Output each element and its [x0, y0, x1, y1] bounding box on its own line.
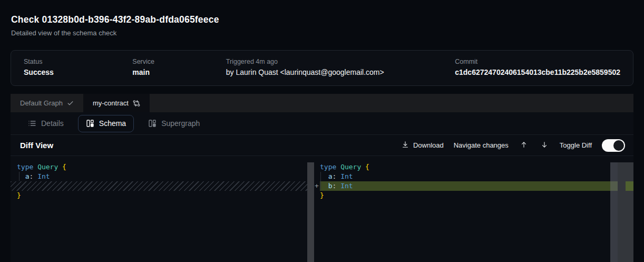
diff-line-content: type Query {	[11, 162, 307, 172]
status-label: Status	[24, 58, 132, 65]
view-tab-bar: Details Schema Supergraph	[11, 112, 633, 135]
triggered-label: Triggered 4m ago	[226, 58, 455, 65]
diff-line-gutter: +	[314, 181, 320, 191]
tab-supergraph[interactable]: Supergraph	[140, 115, 208, 132]
diff-line-gutter	[314, 191, 320, 200]
commit-value: c1dc62724702406154013cbe11b225b2e5859502	[455, 68, 620, 76]
added-line-ruler-marker	[626, 181, 633, 191]
diff-line-content: b: Int	[320, 181, 618, 191]
toggle-thumb	[613, 140, 624, 151]
diff-line-content: }	[320, 191, 618, 200]
tab-schema[interactable]: Schema	[78, 115, 134, 132]
arrow-down-icon	[541, 141, 548, 150]
service-label: Service	[132, 58, 226, 65]
diff-line-content: a: Int	[11, 172, 307, 181]
left-pane-scrollbar[interactable]	[307, 162, 314, 262]
service-value: main	[132, 68, 226, 76]
tab-supergraph-label: Supergraph	[161, 119, 200, 128]
panel-layout-icon	[148, 119, 157, 128]
diff-view-title: Diff View	[20, 141, 53, 150]
page-subtitle: Detailed view of the schema check	[11, 29, 633, 37]
diff-line: }	[11, 191, 307, 200]
check-summary-card: Status Success Service main Triggered 4m…	[11, 50, 633, 86]
page-title: Check 01328b0d-b396-43f2-89ab-dfda065fee…	[11, 14, 633, 25]
tab-default-graph-label: Default Graph	[20, 99, 63, 107]
toggle-diff-label: Toggle Diff	[560, 141, 592, 149]
next-change-button[interactable]	[539, 141, 550, 150]
right-pane-scrollbar[interactable]	[610, 162, 618, 262]
diff-line: a: Int	[11, 172, 307, 181]
indent-guide	[320, 172, 321, 190]
diff-line-gutter	[314, 162, 320, 172]
tab-default-graph[interactable]: Default Graph	[11, 94, 83, 112]
diff-pane-after: type Query { a: Int+ b: Int}	[314, 162, 618, 200]
diff-line-content: type Query {	[320, 162, 618, 172]
diff-line-content: a: Int	[320, 172, 618, 181]
tab-my-contract-label: my-contract	[93, 99, 129, 107]
previous-change-button[interactable]	[519, 141, 529, 150]
indent-guide	[19, 172, 19, 181]
diff-toolbar: Diff View Download Navigate changes	[11, 135, 633, 156]
diff-pane-before: type Query { a: Int}	[11, 162, 307, 200]
download-label: Download	[413, 141, 444, 149]
download-button[interactable]: Download	[402, 141, 444, 150]
schema-diff-editor: type Query { a: Int} type Query { a: Int…	[11, 156, 633, 262]
diff-line: type Query {	[11, 162, 307, 172]
tab-schema-label: Schema	[99, 119, 126, 128]
toggle-diff-switch[interactable]	[602, 139, 625, 152]
page-header: Check 01328b0d-b396-43f2-89ab-dfda065fee…	[0, 0, 644, 37]
arrow-up-icon	[520, 141, 528, 150]
diff-line-content: }	[11, 191, 307, 200]
git-compare-icon	[133, 100, 140, 107]
diff-overview-ruler	[618, 162, 633, 262]
diff-line: type Query {	[314, 162, 618, 172]
diff-line-gutter	[314, 172, 320, 181]
check-icon	[67, 100, 74, 106]
list-icon	[28, 119, 36, 128]
navigate-changes-label: Navigate changes	[454, 141, 509, 149]
diff-line: }	[314, 191, 618, 200]
status-value: Success	[24, 68, 132, 76]
triggered-value: by Laurin Quast <laurinquast@googlemail.…	[226, 68, 455, 76]
tab-details[interactable]: Details	[20, 115, 72, 132]
schema-check-detail-page: Check 01328b0d-b396-43f2-89ab-dfda065fee…	[0, 0, 644, 262]
summary-commit: Commit c1dc62724702406154013cbe11b225b2e…	[455, 58, 620, 76]
commit-label: Commit	[455, 58, 620, 65]
graph-tab-strip: Default Graph my-contract	[11, 94, 633, 112]
diff-line-placeholder	[11, 181, 307, 191]
summary-service: Service main	[132, 58, 226, 76]
diff-line-added: + b: Int	[314, 181, 618, 191]
check-content-panel: Default Graph my-contract Details	[11, 94, 633, 262]
summary-status: Status Success	[24, 58, 132, 76]
tab-details-label: Details	[41, 119, 64, 128]
diff-controls: Download Navigate changes Toggle Diff	[402, 139, 625, 152]
summary-triggered: Triggered 4m ago by Laurin Quast <laurin…	[226, 58, 455, 76]
panel-layout-icon	[86, 119, 94, 128]
diff-line: a: Int	[314, 172, 618, 181]
download-icon	[402, 141, 409, 150]
right-pane-scroll-region	[610, 162, 633, 262]
tab-my-contract[interactable]: my-contract	[83, 94, 150, 112]
diff-line-content	[11, 181, 307, 191]
